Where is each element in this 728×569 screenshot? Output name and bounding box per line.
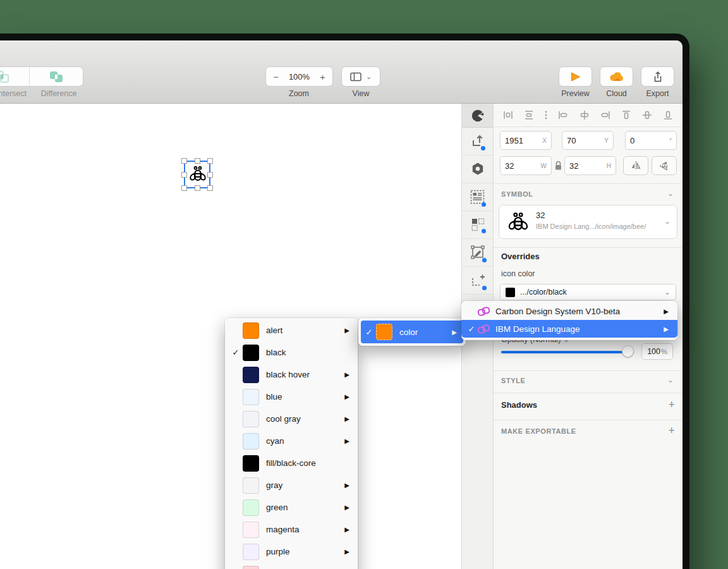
more-options-icon[interactable] [544,109,548,121]
menu-item-alert[interactable]: alert ▶ [225,319,358,341]
style-collapse-chevron-icon[interactable]: ⌄ [667,376,674,384]
zoom-in-button[interactable]: + [313,71,332,82]
icon-color-dropdown[interactable]: .../color/black ⌄ [500,284,676,300]
align-right-icon[interactable] [600,109,611,121]
sync-tool-button[interactable] [462,127,493,155]
resize-handle[interactable] [207,158,213,164]
width-value: 32 [505,161,541,171]
toolbar: Intersect Difference − 100% + Zoom ⌄ Vie… [0,40,682,104]
notification-dot [482,202,486,207]
craft-logo-icon [471,109,485,123]
rotation-field[interactable]: 0 ° [625,131,677,150]
lock-ratio-icon[interactable] [554,161,562,171]
symbol-dropdown-chevron-icon[interactable]: ⌄ [664,217,670,226]
color-swatch [243,367,259,383]
view-button[interactable]: ⌄ [341,66,380,87]
view-label: View [341,89,380,99]
duplicate-tool-button[interactable] [462,211,493,238]
align-top-icon[interactable] [621,109,632,121]
y-value: 70 [567,136,604,145]
menu-item-fill-black-core[interactable]: fill/black-core [225,452,358,474]
add-shadow-button[interactable]: + [668,399,675,410]
submenu-arrow-icon: ▶ [664,326,669,333]
menu-item-magenta[interactable]: magenta ▶ [225,518,358,541]
symbol-collapse-chevron-icon[interactable]: ⌄ [667,189,674,198]
intersect-icon [0,70,10,84]
resize-handle[interactable] [181,172,187,178]
intersect-button[interactable] [0,67,29,86]
preview-icon [570,71,581,82]
distribute-horizontal-icon[interactable] [502,109,514,121]
preview-button[interactable] [559,66,592,87]
vector-edit-tool-button[interactable] [462,238,493,266]
selected-symbol-bee[interactable] [184,161,210,188]
submenu-arrow-icon: ▶ [344,548,349,555]
menu-item-cool-gray[interactable]: cool gray ▶ [225,408,358,430]
library-menu: Carbon Design System V10-beta ▶ ✓ IBM De… [461,301,677,340]
submenu-arrow-icon: ▶ [452,329,457,336]
opacity-value: 100 [647,347,660,356]
resize-handle[interactable] [181,185,187,191]
menu-item-label: purple [266,547,344,556]
menu-item-black[interactable]: ✓ black [225,341,358,364]
menu-item-black-hover[interactable]: black hover ▶ [225,364,358,386]
color-swatch [243,499,259,516]
layout-tool-button[interactable] [462,183,493,211]
export-icon [652,71,664,83]
menu-item-color[interactable]: ✓ color ▶ [361,321,463,343]
opacity-slider[interactable] [501,351,634,353]
menu-item-gray[interactable]: gray ▶ [225,474,358,496]
submenu-arrow-icon: ▶ [344,393,349,400]
menu-item-purple[interactable]: purple ▶ [225,541,358,563]
symbol-path: IBM Design Lang.../icon/image/bee/ [536,223,646,230]
pen-frame-icon [471,245,485,259]
resize-handle[interactable] [195,185,200,191]
craft-panel-tab[interactable] [462,104,493,128]
hexagon-tool-button[interactable] [462,155,493,183]
symbol-picker[interactable]: 32 IBM Design Lang.../icon/image/bee/ ⌄ [499,205,677,239]
width-field[interactable]: 32 W [500,156,552,175]
submenu-arrow-icon: ▶ [344,327,349,334]
y-position-field[interactable]: 70 Y [562,131,614,150]
menu-item-ibm-design-language[interactable]: ✓ IBM Design Language ▶ [461,320,677,338]
menu-item-blue[interactable]: blue ▶ [225,386,358,408]
resize-handle[interactable] [195,158,200,164]
overrides-header: Overrides [501,252,540,261]
flip-horizontal-button[interactable] [623,156,648,175]
align-bottom-icon[interactable] [662,109,674,121]
align-left-icon[interactable] [557,109,569,121]
difference-button[interactable] [29,67,83,86]
notification-dot [482,229,486,233]
library-link-icon [478,306,490,316]
flip-vertical-button[interactable] [652,156,677,175]
preview-label: Preview [559,89,592,99]
add-frame-tool-button[interactable] [462,266,493,294]
menu-item-carbon-design-system[interactable]: Carbon Design System V10-beta ▶ [461,302,677,320]
notification-dot [481,146,485,150]
opacity-value-field[interactable]: 100% [641,343,673,360]
menu-item-label: color [399,327,452,337]
zoom-out-button[interactable]: − [266,71,286,82]
y-unit: Y [604,137,609,144]
menu-item-label: Carbon Design System V10-beta [495,307,664,316]
resize-handle[interactable] [181,158,187,164]
menu-item-label: IBM Design Language [495,324,664,334]
submenu-arrow-icon: ▶ [344,526,349,533]
layout-card-icon [470,190,485,204]
resize-handle[interactable] [207,185,213,191]
align-middle-vertical-icon[interactable] [641,109,653,121]
cloud-button[interactable] [600,66,633,87]
menu-item-green[interactable]: green ▶ [225,496,358,518]
x-position-field[interactable]: 1951 X [500,131,552,150]
export-button[interactable] [641,66,674,87]
align-center-horizontal-icon[interactable] [579,109,590,121]
menu-item-cyan[interactable]: cyan ▶ [225,430,358,452]
submenu-arrow-icon: ▶ [344,415,349,422]
add-export-button[interactable]: + [668,425,675,436]
resize-handle[interactable] [207,172,213,178]
opacity-slider-knob[interactable] [622,345,634,357]
distribute-vertical-icon[interactable] [523,109,535,121]
height-field[interactable]: 32 H [564,156,616,175]
difference-icon [48,70,64,84]
menu-item-partial[interactable] [225,563,358,569]
